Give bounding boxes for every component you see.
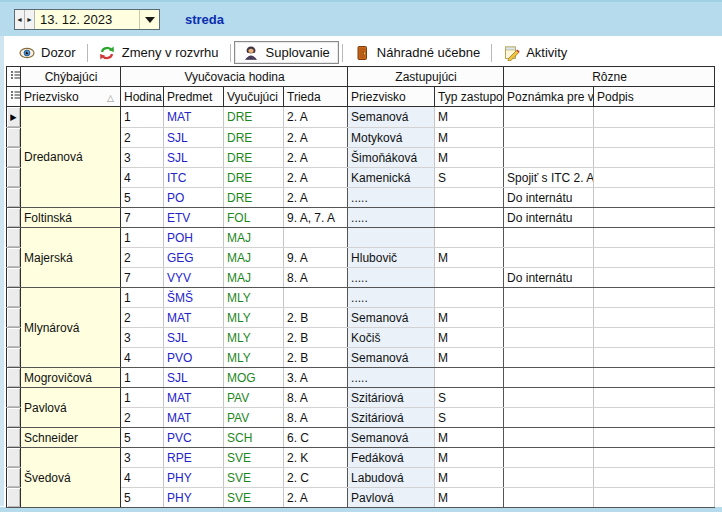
cell-vyucujuci[interactable]: SVE — [224, 448, 284, 468]
row-selector[interactable] — [7, 408, 21, 428]
cell-vyucujuci[interactable]: DRE — [224, 188, 284, 208]
date-dropdown-button[interactable] — [139, 10, 159, 29]
cell-typ-zastupovania[interactable]: M — [435, 488, 504, 508]
cell-trieda[interactable]: 2. K — [284, 448, 348, 468]
column-header-priezvisko-chybajuci[interactable]: △ Priezvisko — [21, 87, 121, 107]
cell-typ-zastupovania[interactable] — [435, 288, 504, 308]
cell-vyucujuci[interactable]: FOL — [224, 208, 284, 228]
cell-predmet[interactable]: ETV — [164, 208, 224, 228]
cell-zastupujuci-priezvisko[interactable]: Motyková — [348, 128, 435, 148]
row-selector[interactable] — [7, 188, 21, 208]
tab-dozor[interactable]: Dozor — [10, 41, 84, 64]
cell-poznamka[interactable] — [504, 328, 594, 348]
cell-hodina[interactable]: 3 — [121, 148, 164, 168]
cell-trieda[interactable]: 2. A — [284, 188, 348, 208]
date-value[interactable]: 13. 12. 2023 — [35, 10, 139, 29]
cell-podpis[interactable] — [594, 328, 715, 348]
cell-podpis[interactable] — [594, 348, 715, 368]
cell-predmet[interactable]: MAT — [164, 408, 224, 428]
cell-predmet[interactable]: PHY — [164, 468, 224, 488]
row-selector[interactable] — [7, 288, 21, 308]
cell-vyucujuci[interactable]: DRE — [224, 148, 284, 168]
cell-predmet[interactable]: SJL — [164, 148, 224, 168]
row-selector[interactable] — [7, 328, 21, 348]
cell-zastupujuci-priezvisko[interactable]: Hlubovič — [348, 248, 435, 268]
cell-predmet[interactable]: SJL — [164, 328, 224, 348]
cell-trieda[interactable]: 6. C — [284, 428, 348, 448]
cell-trieda[interactable]: 2. B — [284, 328, 348, 348]
cell-predmet[interactable]: ITC — [164, 168, 224, 188]
cell-trieda[interactable] — [284, 288, 348, 308]
row-selector[interactable] — [7, 228, 21, 248]
row-selector[interactable] — [7, 428, 21, 448]
cell-typ-zastupovania[interactable] — [435, 228, 504, 248]
cell-predmet[interactable]: MAT — [164, 107, 224, 128]
next-day-button[interactable]: ► — [25, 10, 35, 29]
cell-vyucujuci[interactable]: MLY — [224, 348, 284, 368]
cell-vyucujuci[interactable]: MLY — [224, 328, 284, 348]
cell-trieda[interactable]: 8. A — [284, 388, 348, 408]
missing-teacher-cell[interactable]: Mlynárová — [21, 288, 121, 368]
column-header-poznamka[interactable]: Poznámka pre v — [504, 87, 594, 107]
cell-trieda[interactable]: 2. A — [284, 148, 348, 168]
cell-predmet[interactable]: PVO — [164, 348, 224, 368]
cell-hodina[interactable]: 7 — [121, 208, 164, 228]
cell-zastupujuci-priezvisko[interactable]: Labudová — [348, 468, 435, 488]
cell-hodina[interactable]: 3 — [121, 328, 164, 348]
cell-trieda[interactable]: 2. A — [284, 128, 348, 148]
row-selector[interactable] — [7, 468, 21, 488]
column-header-trieda[interactable]: Trieda — [284, 87, 348, 107]
cell-typ-zastupovania[interactable]: S — [435, 168, 504, 188]
cell-typ-zastupovania[interactable]: M — [435, 248, 504, 268]
cell-predmet[interactable]: ŠMŠ — [164, 288, 224, 308]
column-header-podpis[interactable]: Podpis — [594, 87, 715, 107]
cell-typ-zastupovania[interactable]: M — [435, 428, 504, 448]
cell-poznamka[interactable] — [504, 148, 594, 168]
cell-poznamka[interactable]: Do internátu — [504, 268, 594, 288]
column-header-typ-zastupovania[interactable]: Typ zastupov — [435, 87, 504, 107]
cell-zastupujuci-priezvisko[interactable]: Pavlová — [348, 488, 435, 508]
cell-typ-zastupovania[interactable]: S — [435, 388, 504, 408]
cell-zastupujuci-priezvisko[interactable]: ..... — [348, 288, 435, 308]
row-selector[interactable] — [7, 148, 21, 168]
cell-poznamka[interactable] — [504, 368, 594, 388]
cell-trieda[interactable] — [284, 228, 348, 248]
cell-podpis[interactable] — [594, 448, 715, 468]
cell-typ-zastupovania[interactable]: M — [435, 107, 504, 128]
cell-zastupujuci-priezvisko[interactable]: ..... — [348, 188, 435, 208]
row-selector[interactable] — [7, 268, 21, 288]
missing-teacher-cell[interactable]: Foltinská — [21, 208, 121, 228]
cell-vyucujuci[interactable]: MAJ — [224, 268, 284, 288]
row-selector[interactable] — [7, 128, 21, 148]
cell-typ-zastupovania[interactable]: M — [435, 328, 504, 348]
missing-teacher-cell[interactable]: Schneider — [21, 428, 121, 448]
cell-trieda[interactable]: 2. B — [284, 348, 348, 368]
cell-vyucujuci[interactable]: MAJ — [224, 228, 284, 248]
cell-typ-zastupovania[interactable]: M — [435, 468, 504, 488]
cell-zastupujuci-priezvisko[interactable] — [348, 228, 435, 248]
cell-podpis[interactable] — [594, 268, 715, 288]
cell-typ-zastupovania[interactable] — [435, 368, 504, 388]
cell-trieda[interactable]: 3. A — [284, 368, 348, 388]
cell-hodina[interactable]: 1 — [121, 107, 164, 128]
cell-zastupujuci-priezvisko[interactable]: Semanová — [348, 308, 435, 328]
cell-typ-zastupovania[interactable] — [435, 188, 504, 208]
cell-podpis[interactable] — [594, 368, 715, 388]
cell-typ-zastupovania[interactable]: S — [435, 408, 504, 428]
cell-typ-zastupovania[interactable]: M — [435, 148, 504, 168]
cell-poznamka[interactable] — [504, 128, 594, 148]
row-selector[interactable] — [7, 348, 21, 368]
cell-poznamka[interactable] — [504, 408, 594, 428]
cell-podpis[interactable] — [594, 148, 715, 168]
cell-hodina[interactable]: 5 — [121, 488, 164, 508]
cell-vyucujuci[interactable]: PAV — [224, 408, 284, 428]
cell-hodina[interactable]: 4 — [121, 468, 164, 488]
row-selector[interactable] — [7, 448, 21, 468]
cell-zastupujuci-priezvisko[interactable]: ..... — [348, 368, 435, 388]
cell-poznamka[interactable] — [504, 468, 594, 488]
cell-vyucujuci[interactable]: MLY — [224, 308, 284, 328]
cell-poznamka[interactable] — [504, 228, 594, 248]
row-selector[interactable]: ▶ — [7, 107, 21, 128]
cell-trieda[interactable]: 9. A, 7. A — [284, 208, 348, 228]
cell-poznamka[interactable] — [504, 107, 594, 128]
